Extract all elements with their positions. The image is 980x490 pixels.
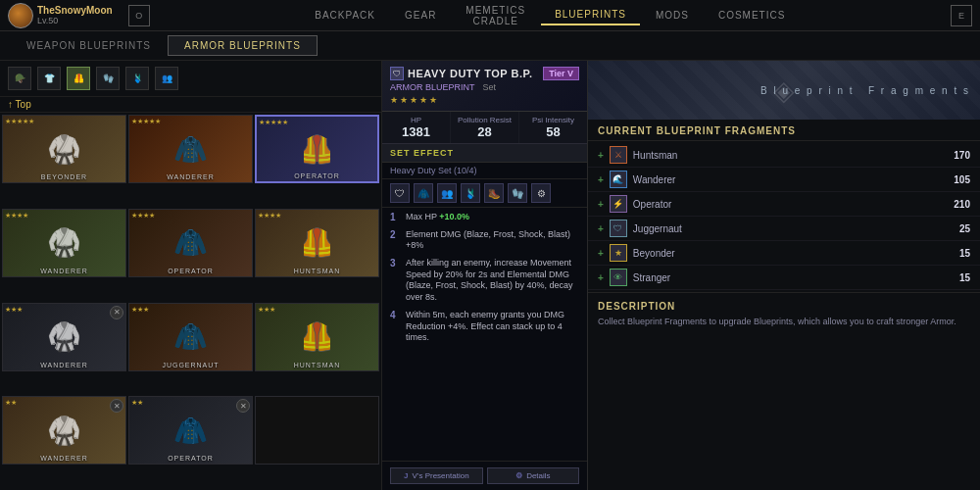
frag-name-huntsman: Huntsman (633, 150, 948, 161)
nav-item-cosmetics[interactable]: COSMETICS (705, 6, 799, 24)
btn-details-label: Details (526, 471, 550, 480)
bp-label-8: JUGGERNAUT (129, 362, 252, 368)
bp-card-wanderer-2[interactable]: ★★★★ 🥋 WANDERER (2, 209, 126, 277)
nav-key-left[interactable]: O (128, 5, 150, 26)
nav-key-right[interactable]: E (951, 5, 972, 26)
filter-icon-body[interactable]: 🦺 (67, 67, 90, 90)
fragments-img: ◈ B l u e p r i n t F r a g m e n t s (588, 61, 980, 120)
btn-details[interactable]: ⚙ Details (487, 467, 580, 484)
frag-name-operator: Operator (633, 199, 948, 210)
tabs-bar: WEAPON BLUEPRINTS ARMOR BLUEPRINTS (0, 31, 980, 61)
nav-user: TheSnowyMoon Lv.50 (8, 3, 113, 28)
bp-card-empty (255, 396, 379, 465)
frag-item-wanderer: + 🌊 Wanderer 105 (588, 168, 980, 192)
filter-icon-hand[interactable]: 🧤 (96, 67, 120, 90)
main-layout: 🪖 👕 🦺 🧤 🩱 👥 ↑ Top ★★★★★ 🥋 BEYONDER ★★★★★… (0, 61, 980, 490)
tab-weapon-blueprints[interactable]: WEAPON BLUEPRINTS (10, 35, 168, 56)
effect-item-4: 4 Within 5m, each enemy grants you DMG R… (390, 310, 579, 344)
bp-label-3: OPERATOR (257, 172, 377, 179)
frag-icon-stranger: 👁 (610, 269, 627, 286)
stats-row: HP 1381 Pollution Resist 28 Psi Intensit… (382, 112, 587, 144)
effect-text-1: Max HP +10.0% (406, 212, 469, 223)
bp-card-huntsman-1[interactable]: ★★★★ 🦺 HUNTSMAN (255, 209, 379, 277)
stat-psi-value: 58 (525, 124, 581, 139)
nav-item-blueprints[interactable]: BLUEPRINTS (541, 5, 640, 25)
btn-presentation[interactable]: J V's Presentation (390, 467, 483, 484)
set-icon-1: 🛡 (390, 183, 410, 203)
avatar (8, 3, 33, 28)
stat-hp-name: HP (388, 116, 444, 124)
right-panel: ◈ B l u e p r i n t F r a g m e n t s CU… (588, 61, 980, 490)
key-hint-details: ⚙ (515, 471, 522, 480)
star-3: ★ (410, 95, 417, 105)
item-stars-row: ★ ★ ★ ★ ★ (390, 95, 579, 105)
frag-name-juggernaut: Juggernaut (633, 223, 954, 234)
filter-icon-leg[interactable]: 🩱 (125, 67, 149, 90)
frag-item-stranger: + 👁 Stranger 15 (588, 266, 980, 290)
bp-card-operator-1[interactable]: ★★★★★ 🦺 OPERATOR (255, 115, 379, 183)
bp-label-1: BEYONDER (3, 173, 125, 180)
effect-num-3: 3 (390, 258, 400, 269)
filter-icon-head[interactable]: 🪖 (8, 67, 31, 90)
bp-img-6: 🦺 (256, 210, 378, 276)
bp-card-wanderer-3[interactable]: ★★★ ✕ 🥋 WANDERER (2, 303, 126, 371)
bp-card-operator-3[interactable]: ★★ ✕ 🧥 OPERATOR (128, 396, 253, 465)
tab-armor-blueprints[interactable]: ARMOR BLUEPRINTS (168, 35, 318, 56)
bp-label-11: OPERATOR (129, 455, 252, 462)
stat-pollution: Pollution Resist 28 (451, 112, 518, 143)
item-type: ARMOR BLUEPRINT (390, 82, 475, 92)
bp-card-beyonder-1[interactable]: ★★★★★ 🥋 BEYONDER (2, 115, 126, 183)
nav-item-gear[interactable]: GEAR (391, 6, 450, 24)
star-4: ★ (419, 95, 427, 105)
bp-card-wanderer-4[interactable]: ★★ ✕ 🥋 WANDERER (2, 396, 126, 465)
nav-item-memetics[interactable]: MEMETICSCRADLE (452, 1, 539, 30)
frag-item-huntsman: + ⚔ Huntsman 170 (588, 143, 980, 168)
frag-name-stranger: Stranger (633, 272, 954, 283)
bp-label-5: OPERATOR (129, 268, 252, 274)
filter-icon-all[interactable]: 👥 (155, 67, 178, 90)
effect-item-1: 1 Max HP +10.0% (390, 212, 579, 223)
bp-img-1: 🥋 (3, 116, 125, 182)
frag-plus-5: + (598, 248, 604, 259)
bp-label-4: WANDERER (3, 268, 125, 274)
left-panel: 🪖 👕 🦺 🧤 🩱 👥 ↑ Top ★★★★★ 🥋 BEYONDER ★★★★★… (0, 61, 382, 490)
item-name: HEAVY DUTY TOP B.P. (408, 68, 533, 79)
filter-row: 🪖 👕 🦺 🧤 🩱 👥 (0, 61, 381, 97)
filter-icon-chest[interactable]: 👕 (37, 67, 61, 90)
desc-text: Collect Blueprint Fragments to upgrade B… (598, 316, 970, 329)
frag-icon-juggernaut: 🛡 (610, 220, 627, 237)
frag-plus-6: + (598, 272, 604, 283)
nav-item-backpack[interactable]: BACKPACK (301, 6, 389, 24)
frag-icon-beyonder: ★ (610, 244, 627, 262)
set-icon-3: 👥 (437, 183, 457, 203)
nav-item-mods[interactable]: MODS (642, 6, 703, 24)
effect-num-4: 4 (390, 310, 400, 320)
bp-card-wanderer-1[interactable]: ★★★★★ 🧥 WANDERER (128, 115, 253, 183)
set-icons-row: 🛡 🧥 👥 🩱 🥾 🧤 ⚙ (382, 179, 587, 208)
effect-list: 1 Max HP +10.0% 2 Element DMG (Blaze, Fr… (382, 208, 587, 354)
frag-list: + ⚔ Huntsman 170 + 🌊 Wanderer 105 + ⚡ Op… (588, 141, 980, 292)
stat-psi-name: Psi Intensity (525, 116, 581, 124)
frag-count-wanderer: 105 (954, 174, 970, 185)
effect-num-2: 2 (390, 229, 400, 240)
current-frags-title: CURRENT BLUEPRINT FRAGMENTS (588, 120, 980, 141)
username: TheSnowyMoon (37, 5, 113, 16)
bp-card-huntsman-2[interactable]: ★★★ 🦺 HUNTSMAN (255, 303, 379, 371)
bp-card-operator-2[interactable]: ★★★★ 🧥 OPERATOR (128, 209, 253, 277)
bp-label-2: WANDERER (129, 173, 252, 180)
middle-panel: 🛡 HEAVY DUTY TOP B.P. Tier V ARMOR BLUEP… (382, 61, 588, 490)
effect-item-3: 3 After killing an enemy, increase Movem… (390, 258, 579, 304)
effect-num-1: 1 (390, 212, 400, 222)
bp-img-8: 🧥 (129, 304, 252, 370)
stat-psi: Psi Intensity 58 (519, 112, 587, 143)
desc-section: DESCRIPTION Collect Blueprint Fragments … (588, 292, 980, 337)
bp-card-juggernaut-1[interactable]: ★★★ 🧥 JUGGERNAUT (128, 303, 253, 371)
bp-img-9: 🦺 (256, 304, 378, 370)
sort-label[interactable]: ↑ Top (0, 97, 381, 113)
set-icon-6: 🧤 (508, 183, 527, 203)
set-icon-2: 🧥 (414, 183, 433, 203)
frag-plus-2: + (598, 174, 604, 185)
key-hint-j: J (404, 471, 408, 480)
bp-label-10: WANDERER (3, 455, 125, 462)
effect-text-3: After killing an enemy, increase Movemen… (406, 258, 579, 304)
